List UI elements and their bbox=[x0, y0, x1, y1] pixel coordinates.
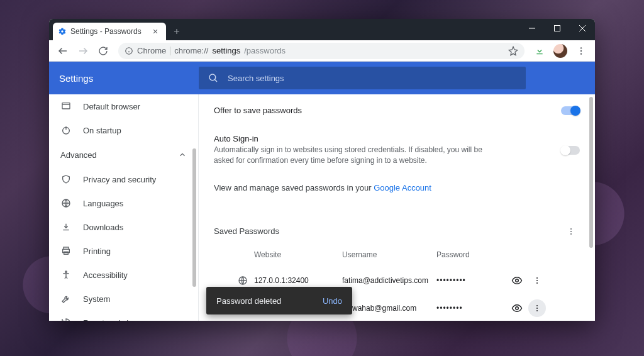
auto-signin-toggle[interactable] bbox=[561, 146, 580, 155]
svg-point-23 bbox=[536, 305, 538, 306]
browser-window: Settings - Passwords Chrome chrome://set… bbox=[49, 19, 595, 321]
col-password: Password bbox=[436, 250, 506, 259]
sidebar-item-reset[interactable]: Reset and clean up bbox=[49, 311, 198, 321]
auto-signin-title: Auto Sign-in bbox=[214, 134, 491, 143]
google-account-link[interactable]: Google Account bbox=[374, 183, 431, 192]
window-controls bbox=[519, 19, 595, 38]
address-bar: Chrome chrome://settings/passwords bbox=[49, 40, 595, 62]
saved-passwords-menu-button[interactable] bbox=[562, 223, 580, 240]
col-website: Website bbox=[254, 250, 342, 259]
globe-icon bbox=[231, 275, 254, 286]
offer-save-toggle[interactable] bbox=[561, 106, 580, 115]
omnibox-divider bbox=[170, 47, 170, 55]
chevron-up-icon bbox=[178, 150, 187, 159]
sidebar-item-downloads[interactable]: Downloads bbox=[49, 215, 198, 239]
row-password: ••••••••• bbox=[436, 276, 506, 285]
svg-point-4 bbox=[580, 53, 582, 54]
restore-icon bbox=[60, 317, 72, 321]
new-tab-button[interactable] bbox=[169, 23, 185, 40]
sidebar-scrollbar[interactable] bbox=[191, 94, 198, 321]
close-tab-button[interactable] bbox=[151, 27, 160, 36]
titlebar: Settings - Passwords bbox=[49, 19, 595, 40]
settings-header: Settings bbox=[49, 62, 595, 94]
back-button[interactable] bbox=[54, 42, 72, 60]
omnibox-url-scheme: chrome:// bbox=[174, 46, 208, 55]
view-manage-prefix: View and manage saved passwords in your bbox=[214, 183, 374, 192]
svg-point-12 bbox=[65, 271, 67, 273]
page-content: Settings Default browser On startup Adva… bbox=[49, 62, 595, 321]
row-menu-button[interactable] bbox=[528, 299, 546, 317]
sidebar-item-label: On startup bbox=[83, 126, 121, 135]
sidebar-item-privacy[interactable]: Privacy and security bbox=[49, 167, 198, 191]
sidebar-item-accessibility[interactable]: Accessibility bbox=[49, 263, 198, 287]
auto-signin-row: Auto Sign-in Automatically sign in to we… bbox=[214, 131, 580, 169]
sidebar-item-label: Printing bbox=[83, 247, 111, 256]
row-password: •••••••• bbox=[436, 304, 506, 313]
show-password-button[interactable] bbox=[506, 303, 528, 314]
omnibox-chrome-label: Chrome bbox=[137, 46, 166, 55]
maximize-button[interactable] bbox=[545, 19, 570, 38]
sidebar-item-languages[interactable]: Languages bbox=[49, 191, 198, 215]
password-deleted-toast: Password deleted Undo bbox=[206, 287, 352, 314]
minimize-button[interactable] bbox=[519, 19, 545, 38]
svg-rect-11 bbox=[64, 252, 69, 254]
sidebar-advanced-toggle[interactable]: Advanced bbox=[49, 142, 198, 167]
download-icon bbox=[60, 221, 72, 233]
settings-sidebar: Default browser On startup Advanced Priv… bbox=[49, 94, 199, 321]
col-username: Username bbox=[342, 250, 436, 259]
browser-menu-button[interactable] bbox=[572, 42, 590, 60]
extension-download-icon[interactable] bbox=[532, 43, 547, 58]
row-username: fatima@addictivetips.com bbox=[342, 276, 436, 285]
tab-title: Settings - Passwords bbox=[70, 27, 147, 36]
undo-button[interactable]: Undo bbox=[323, 296, 342, 306]
view-manage-text: View and manage saved passwords in your … bbox=[214, 183, 580, 192]
sidebar-item-label: Default browser bbox=[83, 102, 140, 111]
sidebar-item-printing[interactable]: Printing bbox=[49, 239, 198, 263]
sidebar-section-label: Advanced bbox=[60, 150, 97, 160]
forward-button[interactable] bbox=[74, 42, 92, 60]
main-scrollbar[interactable] bbox=[587, 94, 595, 321]
show-password-button[interactable] bbox=[506, 275, 528, 286]
svg-point-14 bbox=[570, 231, 572, 232]
sidebar-item-label: Downloads bbox=[83, 223, 123, 232]
svg-rect-6 bbox=[62, 103, 70, 109]
chrome-info-icon bbox=[125, 47, 133, 55]
browser-tab[interactable]: Settings - Passwords bbox=[53, 23, 166, 40]
saved-passwords-header: Saved Passwords bbox=[214, 220, 580, 247]
gear-icon bbox=[58, 27, 67, 36]
auto-signin-desc: Automatically sign in to websites using … bbox=[214, 145, 491, 167]
svg-point-15 bbox=[570, 233, 572, 235]
svg-point-17 bbox=[516, 279, 519, 282]
omnibox-url-main: settings bbox=[212, 46, 240, 55]
toast-message: Password deleted bbox=[216, 296, 281, 306]
bookmark-star-icon[interactable] bbox=[508, 46, 518, 56]
omnibox[interactable]: Chrome chrome://settings/passwords bbox=[118, 43, 525, 59]
sidebar-item-system[interactable]: System bbox=[49, 287, 198, 311]
svg-point-22 bbox=[516, 307, 519, 310]
sidebar-item-default-browser[interactable]: Default browser bbox=[49, 94, 198, 118]
svg-point-13 bbox=[570, 228, 572, 230]
search-settings-input[interactable] bbox=[228, 74, 517, 83]
offer-save-label: Offer to save passwords bbox=[214, 106, 302, 115]
search-icon bbox=[208, 72, 219, 84]
browser-icon bbox=[60, 101, 72, 112]
offer-save-passwords-row: Offer to save passwords bbox=[214, 103, 580, 118]
omnibox-url-path: /passwords bbox=[244, 46, 286, 55]
row-menu-button[interactable] bbox=[528, 272, 546, 289]
power-icon bbox=[60, 125, 72, 136]
saved-passwords-title: Saved Passwords bbox=[214, 226, 279, 236]
svg-point-24 bbox=[536, 308, 538, 309]
shield-icon bbox=[60, 174, 72, 185]
svg-point-18 bbox=[536, 277, 538, 279]
close-window-button[interactable] bbox=[570, 19, 595, 38]
search-settings-box[interactable] bbox=[199, 67, 526, 89]
svg-point-2 bbox=[580, 47, 582, 48]
globe-icon bbox=[60, 197, 72, 209]
reload-button[interactable] bbox=[94, 42, 112, 60]
svg-point-25 bbox=[536, 310, 538, 311]
svg-point-20 bbox=[536, 282, 538, 284]
sidebar-item-label: Accessibility bbox=[83, 270, 128, 280]
sidebar-item-on-startup[interactable]: On startup bbox=[49, 118, 198, 142]
row-website: 127.0.0.1:32400 bbox=[254, 276, 342, 285]
profile-avatar[interactable] bbox=[553, 44, 567, 58]
